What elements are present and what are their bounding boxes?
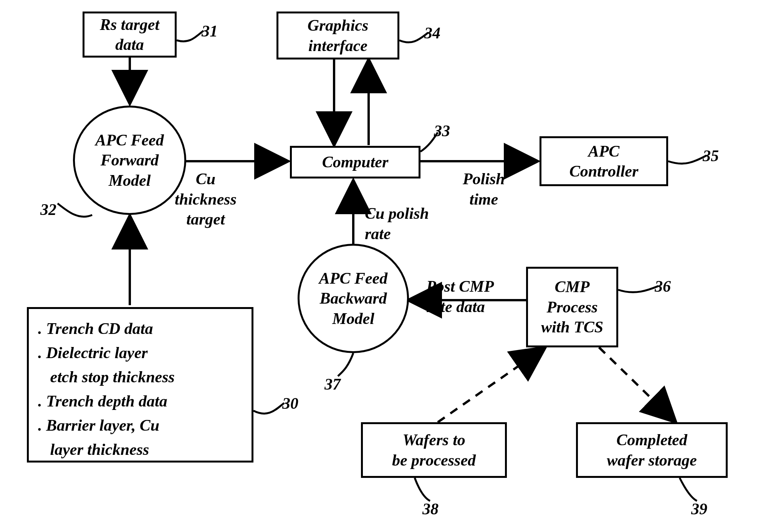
leader-36 <box>618 286 659 292</box>
inputs-item-2: . Trench depth data <box>38 389 242 413</box>
graphics-interface-text: Graphics interface <box>308 15 369 56</box>
inputs-item-3: . Barrier layer, Cu layer thickness <box>38 413 242 462</box>
wafers-out-text: Completed wafer storage <box>607 430 697 470</box>
leader-30 <box>253 403 284 413</box>
wafers-in-text: Wafers to be processed <box>392 430 476 470</box>
wafers-in-box: Wafers to be processed <box>361 422 507 478</box>
leader-31 <box>177 31 204 41</box>
label-cu-thickness-target: Cu thickness target <box>175 169 237 230</box>
computer-box: Computer <box>290 146 420 178</box>
computer-text: Computer <box>322 152 389 172</box>
ref-32: 32 <box>40 200 56 220</box>
ref-33: 33 <box>434 121 450 141</box>
ref-37: 37 <box>324 374 341 395</box>
leader-34 <box>399 33 428 42</box>
apc-feed-backward-circle: APC Feed Backward Model <box>298 244 409 353</box>
leader-37 <box>338 353 353 376</box>
wafers-out-box: Completed wafer storage <box>576 422 728 478</box>
label-polish-time: Polish time <box>463 169 505 209</box>
ref-31: 31 <box>202 21 218 41</box>
leader-35 <box>668 155 707 164</box>
rs-target-box: Rs target data <box>83 12 177 58</box>
apc-controller-text: APC Controller <box>569 141 639 182</box>
leader-32 <box>58 203 92 217</box>
inputs-item-0: . Trench CD data <box>38 317 242 341</box>
ref-39: 39 <box>691 499 707 519</box>
ref-35: 35 <box>703 146 719 166</box>
cmp-process-text: CMP Process with TCS <box>541 277 603 337</box>
apc-controller-box: APC Controller <box>540 136 668 186</box>
ref-30: 30 <box>282 393 298 414</box>
rs-target-text: Rs target data <box>100 15 159 55</box>
apc-feed-forward-text: APC Feed Forward Model <box>95 130 164 191</box>
leader-38 <box>415 478 430 501</box>
label-post-cmp-rate-data: Post CMP rate data <box>426 276 494 317</box>
apc-feed-forward-circle: APC Feed Forward Model <box>73 106 186 215</box>
ref-34: 34 <box>424 23 440 43</box>
cmp-process-box: CMP Process with TCS <box>526 267 618 347</box>
label-cu-polish-rate: Cu polish rate <box>365 203 429 244</box>
arrow-cmp-to-wafersout <box>599 347 676 422</box>
inputs-item-1: . Dielectric layer etch stop thickness <box>38 341 242 389</box>
ref-36: 36 <box>655 276 671 297</box>
leader-39 <box>680 478 697 501</box>
arrow-wafersin-to-cmp <box>438 347 545 422</box>
ref-38: 38 <box>422 499 439 519</box>
graphics-interface-box: Graphics interface <box>276 12 399 59</box>
inputs-list-box: . Trench CD data . Dielectric layer etch… <box>27 307 253 463</box>
apc-feed-backward-text: APC Feed Backward Model <box>319 268 387 329</box>
